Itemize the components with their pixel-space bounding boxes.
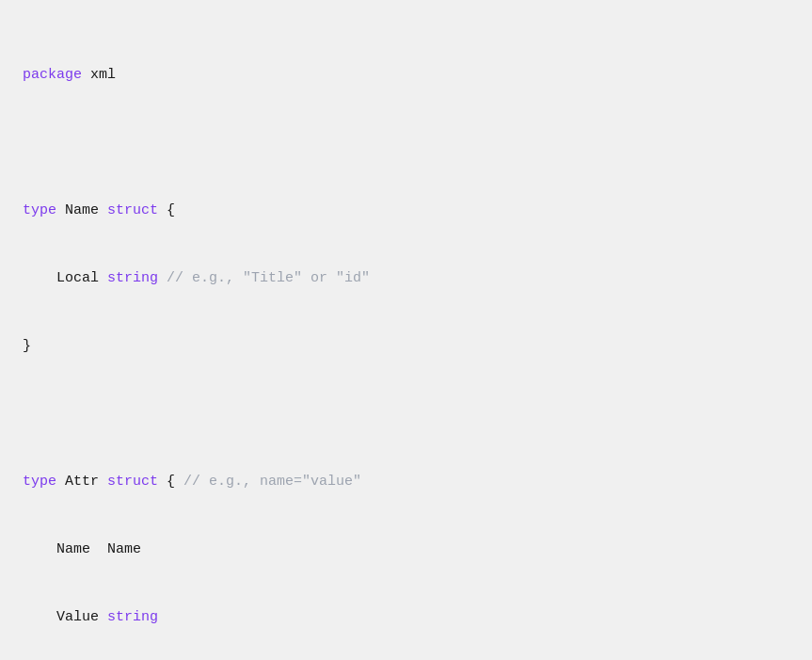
comment-1: // e.g., "Title" or "id" [167,270,370,286]
keyword-type-1: type [23,202,56,218]
line-2 [23,132,789,154]
keyword-type-2: type [23,474,56,490]
line-4: Local string // e.g., "Title" or "id" [23,267,789,290]
keyword-struct-2: struct [107,474,158,490]
line-1: package xml [23,64,789,87]
line-5: } [23,335,789,358]
line-9: Value string [23,606,789,629]
line-7: type Attr struct { // e.g., name="value" [23,471,789,493]
line-6 [23,403,789,426]
keyword-string-2: string [107,609,158,625]
keyword-struct-1: struct [107,202,158,218]
comment-2: // e.g., name="value" [183,474,361,490]
keyword-string-1: string [107,270,158,286]
code-container: package xml type Name struct { Local str… [23,19,789,660]
keyword-package: package [23,67,82,83]
line-3: type Name struct { [23,200,789,222]
line-8: Name Name [23,539,789,561]
